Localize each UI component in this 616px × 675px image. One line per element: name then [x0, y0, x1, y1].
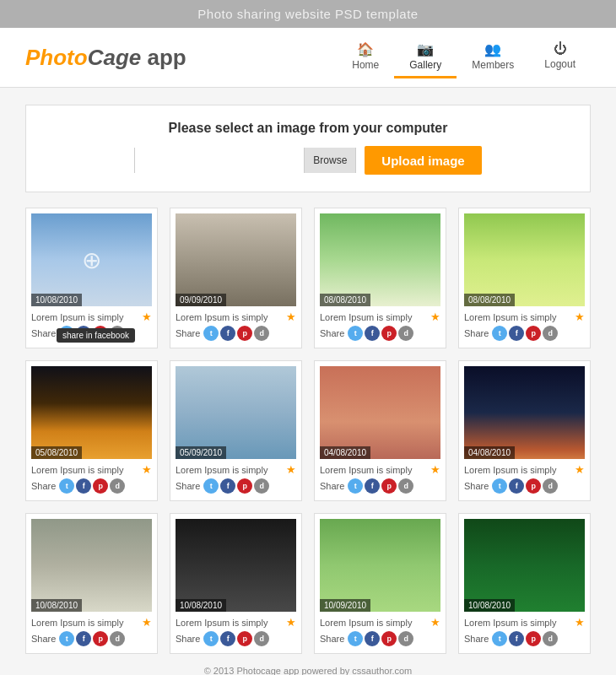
other-share-icon[interactable]: d [543, 478, 558, 494]
twitter-share-icon[interactable]: t [203, 631, 219, 646]
other-share-icon[interactable]: d [110, 478, 125, 494]
other-share-icon[interactable]: d [254, 326, 269, 341]
photo-thumbnail[interactable]: 08/08/2010 [464, 213, 585, 306]
photo-thumbnail[interactable]: 05/08/2010 [31, 366, 152, 459]
facebook-share-icon[interactable]: f [365, 326, 380, 341]
share-icons: tfpd [59, 631, 125, 646]
facebook-share-icon[interactable]: f [509, 478, 524, 494]
pinterest-share-icon[interactable]: p [526, 326, 541, 341]
pinterest-share-icon[interactable]: p [526, 478, 541, 494]
twitter-share-icon[interactable]: t [492, 326, 507, 341]
other-share-icon[interactable]: d [398, 631, 413, 646]
photo-thumbnail[interactable]: 05/09/2010 [176, 366, 296, 459]
star-icon[interactable]: ★ [575, 463, 585, 476]
star-icon[interactable]: ★ [142, 310, 152, 323]
twitter-share-icon[interactable]: t [348, 631, 363, 646]
star-icon[interactable]: ★ [286, 463, 296, 476]
pinterest-share-icon[interactable]: p [526, 631, 541, 646]
header: PhotoCage app 🏠 Home 📷 Gallery 👥 Members… [0, 28, 616, 88]
share-icons: tfpd [203, 326, 269, 341]
photo-thumbnail[interactable]: ⊕10/08/2010 [31, 213, 152, 306]
photo-thumbnail[interactable]: 10/08/2010 [464, 519, 585, 612]
nav-members[interactable]: 👥 Members [457, 36, 529, 78]
share-label: Share [464, 481, 489, 491]
pinterest-share-icon[interactable]: p [93, 631, 108, 646]
photo-card: 04/08/2010Lorem Ipsum is simply★Sharetfp… [458, 360, 591, 501]
pinterest-share-icon[interactable]: p [93, 478, 108, 494]
file-path-input[interactable] [135, 148, 304, 173]
other-share-icon[interactable]: d [254, 631, 269, 646]
share-icons: tfpd [59, 478, 125, 494]
photo-thumbnail[interactable]: 10/09/2010 [320, 519, 440, 612]
star-icon[interactable]: ★ [286, 616, 296, 629]
twitter-share-icon[interactable]: t [348, 478, 363, 494]
other-share-icon[interactable]: d [398, 478, 413, 494]
photo-image [320, 519, 440, 612]
star-icon[interactable]: ★ [430, 616, 440, 629]
twitter-share-icon[interactable]: t [59, 478, 74, 494]
pinterest-share-icon[interactable]: p [381, 478, 397, 494]
pinterest-share-icon[interactable]: p [381, 326, 397, 341]
twitter-share-icon[interactable]: t [203, 326, 219, 341]
facebook-share-icon[interactable]: f [220, 326, 235, 341]
twitter-share-icon[interactable]: t [492, 631, 507, 646]
twitter-share-icon[interactable]: t [492, 478, 507, 494]
nav-logout[interactable]: ⏻ Logout [529, 36, 591, 78]
caption-text: Lorem Ipsum is simply [464, 312, 571, 322]
star-icon[interactable]: ★ [575, 616, 585, 629]
twitter-share-icon[interactable]: t [348, 326, 363, 341]
other-share-icon[interactable]: d [543, 326, 558, 341]
upload-button[interactable]: Upload image [365, 146, 481, 175]
facebook-share-icon[interactable]: f [509, 326, 524, 341]
facebook-share-icon[interactable]: f [220, 478, 235, 494]
photo-image [31, 366, 152, 459]
facebook-share-icon[interactable]: f [220, 631, 235, 646]
facebook-share-icon[interactable]: f [509, 631, 524, 646]
star-icon[interactable]: ★ [575, 310, 585, 323]
other-share-icon[interactable]: d [254, 478, 269, 494]
star-icon[interactable]: ★ [142, 616, 152, 629]
twitter-share-icon[interactable]: t [59, 631, 74, 646]
facebook-share-icon[interactable]: f [365, 631, 380, 646]
star-icon[interactable]: ★ [430, 310, 440, 323]
photo-thumbnail[interactable]: 04/08/2010 [320, 366, 440, 459]
logo: PhotoCage app [25, 45, 186, 71]
pinterest-share-icon[interactable]: p [237, 478, 252, 494]
pinterest-share-icon[interactable]: p [237, 631, 252, 646]
other-share-icon[interactable]: d [543, 631, 558, 646]
photo-thumbnail[interactable]: 09/09/2010 [176, 213, 296, 306]
photo-thumbnail[interactable]: 08/08/2010 [320, 213, 440, 306]
photo-thumbnail[interactable]: 04/08/2010 [464, 366, 585, 459]
photo-image [464, 213, 585, 306]
photo-caption: Lorem Ipsum is simply★ [464, 463, 585, 476]
caption-text: Lorem Ipsum is simply [176, 465, 283, 475]
caption-text: Lorem Ipsum is simply [31, 618, 138, 628]
photo-date: 09/09/2010 [176, 294, 226, 306]
share-label: Share [176, 328, 200, 338]
facebook-share-icon[interactable]: f [76, 478, 91, 494]
photo-caption: Lorem Ipsum is simply★ [31, 310, 152, 323]
other-share-icon[interactable]: d [398, 326, 413, 341]
photo-caption: Lorem Ipsum is simply★ [31, 463, 152, 476]
photo-thumbnail[interactable]: 10/08/2010 [176, 519, 296, 612]
star-icon[interactable]: ★ [430, 463, 440, 476]
browse-button[interactable]: Browse [304, 148, 355, 173]
photo-caption: Lorem Ipsum is simply★ [464, 616, 585, 629]
facebook-share-icon[interactable]: f [76, 631, 91, 646]
photo-thumbnail[interactable]: 10/08/2010 [31, 519, 152, 612]
star-icon[interactable]: ★ [286, 310, 296, 323]
twitter-share-icon[interactable]: t [203, 478, 219, 494]
main-content: Please select an image from your compute… [0, 88, 616, 675]
facebook-share-icon[interactable]: f [365, 478, 380, 494]
pinterest-share-icon[interactable]: p [381, 631, 397, 646]
caption-text: Lorem Ipsum is simply [31, 312, 138, 322]
nav-gallery[interactable]: 📷 Gallery [394, 36, 457, 78]
caption-text: Lorem Ipsum is simply [320, 465, 427, 475]
photo-card: 04/08/2010Lorem Ipsum is simply★Sharetfp… [314, 360, 446, 501]
pinterest-share-icon[interactable]: p [237, 326, 252, 341]
star-icon[interactable]: ★ [142, 463, 152, 476]
other-share-icon[interactable]: d [110, 631, 125, 646]
nav-home-label: Home [352, 59, 379, 71]
share-icons: tfpd [203, 478, 269, 494]
nav-home[interactable]: 🏠 Home [337, 36, 394, 78]
